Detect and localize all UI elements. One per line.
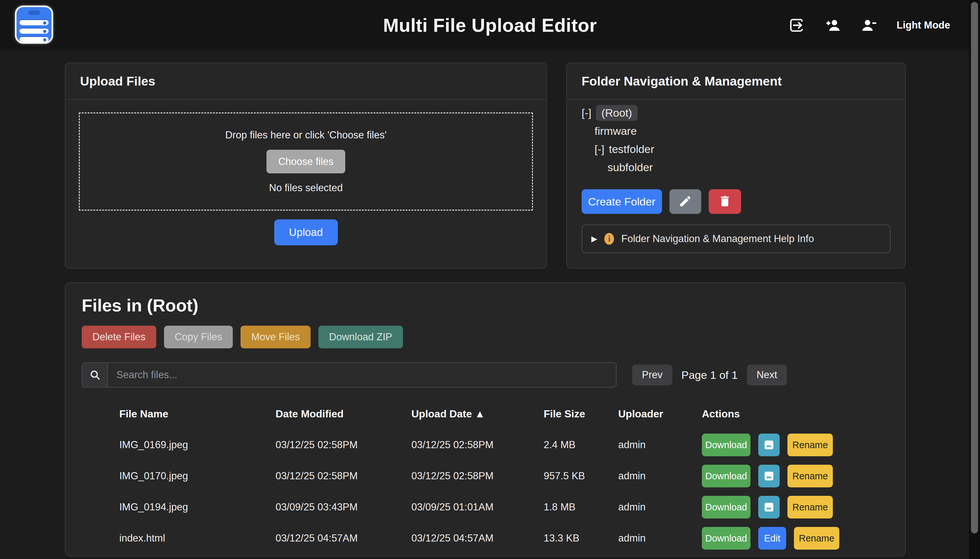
search-bar [82,362,617,387]
file-row: index.html03/12/25 04:57AM03/12/25 04:57… [66,523,905,554]
file-size: 13.3 KB [544,533,618,544]
tree-collapse-toggle[interactable]: [-] [594,143,604,155]
upload-date: 03/12/25 02:58PM [411,439,544,451]
files-table-body: IMG_0169.jpeg03/12/25 02:58PM03/12/25 02… [66,429,905,554]
search-input[interactable] [108,363,616,387]
uploader: admin [618,533,702,544]
trash-icon [718,194,732,209]
column-header-date-modified[interactable]: Date Modified [276,408,411,420]
download-button[interactable]: Download [702,465,750,487]
column-header-actions: Actions [702,408,905,420]
file-size: 957.5 KB [544,470,618,482]
dropzone-hint: Drop files here or click 'Choose files' [225,129,387,141]
row-actions: DownloadRename [702,465,905,487]
files-toolbar: Prev Page 1 of 1 Next [82,362,905,387]
choose-files-button[interactable]: Choose files [267,150,345,174]
rename-button[interactable]: Rename [788,496,833,518]
files-table-header: File Name Date Modified Upload Date ▲ Fi… [66,398,905,429]
logout-icon[interactable] [788,17,805,34]
no-files-status: No files selected [269,182,343,194]
info-icon: i [604,233,614,245]
folder-tree-item-firmware: firmware [581,122,891,140]
files-panel-title: Files in (Root) [66,283,905,315]
file-row: IMG_0169.jpeg03/12/25 02:58PM03/12/25 02… [66,429,905,460]
bulk-action-buttons: Delete Files Copy Files Move Files Downl… [82,326,905,348]
file-size: 1.8 MB [544,501,618,513]
page-indicator: Page 1 of 1 [681,369,738,381]
file-name: index.html [119,533,276,544]
upload-button[interactable]: Upload [274,219,338,245]
row-actions: DownloadEditRename [702,527,905,550]
files-table: File Name Date Modified Upload Date ▲ Fi… [66,398,905,554]
folder-tree-item-testfolder: [-]testfolder [581,140,891,158]
file-name: IMG_0169.jpeg [119,439,276,451]
upload-date: 03/12/25 02:58PM [411,470,544,482]
top-bar-actions: Light Mode [788,0,950,50]
upload-date: 03/09/25 01:01AM [411,501,544,513]
edit-button[interactable]: Edit [758,527,786,550]
column-header-file-size[interactable]: File Size [544,408,618,420]
uploader: admin [618,501,702,513]
folder-panel-title: Folder Navigation & Management [567,63,905,100]
file-row: IMG_0194.jpeg03/09/25 03:43PM03/09/25 01… [66,491,905,523]
uploader: admin [618,439,702,451]
theme-toggle-button[interactable]: Light Mode [897,20,950,31]
file-size: 2.4 MB [544,439,618,451]
upload-date: 03/12/25 04:57AM [411,533,544,544]
date-modified: 03/12/25 02:58PM [276,439,411,451]
folder-label[interactable]: testfolder [609,143,654,155]
rename-button[interactable]: Rename [794,527,839,550]
scrollbar-track[interactable] [969,0,980,559]
copy-files-button[interactable]: Copy Files [164,326,233,348]
rename-button[interactable]: Rename [788,433,833,456]
preview-image-button image-icon[interactable] [758,433,780,456]
upload-files-panel: Upload Files Drop files here or click 'C… [65,63,547,269]
caret-right-icon[interactable]: ▶ [591,234,597,243]
search-icon [82,363,108,387]
folder-tree: [-](Root)firmware[-]testfoldersubfolder [581,104,891,176]
file-name: IMG_0170.jpeg [119,470,276,482]
date-modified: 03/12/25 04:57AM [276,533,411,544]
pencil-icon [679,194,692,209]
download-button[interactable]: Download [702,527,750,550]
prev-page-button[interactable]: Prev [632,365,672,385]
uploader: admin [618,470,702,482]
create-folder-button[interactable]: Create Folder [581,189,662,214]
delete-folder-button[interactable] [709,189,741,214]
folder-label[interactable]: (Root) [596,105,637,121]
preview-image-button image-icon[interactable] [758,496,780,518]
move-files-button[interactable]: Move Files [240,326,311,348]
scrollbar-thumb[interactable] [971,2,978,533]
column-header-upload-date[interactable]: Upload Date ▲ [411,408,544,420]
add-user-icon[interactable] [824,17,842,34]
top-bar: Multi File Upload Editor [0,0,980,50]
remove-user-icon[interactable] [860,17,878,34]
date-modified: 03/09/25 03:43PM [276,501,411,513]
download-button[interactable]: Download [702,433,750,456]
download-button[interactable]: Download [702,496,750,518]
folder-navigation-panel: Folder Navigation & Management [-](Root)… [566,63,906,269]
folder-label[interactable]: subfolder [608,161,653,174]
column-header-uploader[interactable]: Uploader [618,408,702,420]
folder-tree-item-root: [-](Root) [581,104,891,122]
folder-action-buttons: Create Folder [581,189,891,214]
delete-files-button[interactable]: Delete Files [82,326,156,348]
rename-button[interactable]: Rename [788,465,833,487]
row-actions: DownloadRename [702,496,905,518]
folder-label[interactable]: firmware [594,125,637,137]
tree-collapse-toggle[interactable]: [-] [581,107,591,119]
file-dropzone[interactable]: Drop files here or click 'Choose files' … [79,112,533,211]
app-window: Multi File Upload Editor [0,0,980,559]
files-list-panel: Files in (Root) Delete Files Copy Files … [65,282,906,556]
folder-tree-item-subfolder: subfolder [581,158,891,176]
column-header-file-name[interactable]: File Name [119,408,276,420]
next-page-button[interactable]: Next [747,365,787,385]
download-zip-button[interactable]: Download ZIP [318,326,403,348]
rename-folder-button[interactable] [669,189,701,214]
pagination: Prev Page 1 of 1 Next [632,365,787,385]
preview-image-button image-icon[interactable] [758,465,780,487]
date-modified: 03/12/25 02:58PM [276,470,411,482]
upload-panel-title: Upload Files [66,63,546,100]
file-row: IMG_0170.jpeg03/12/25 02:58PM03/12/25 02… [66,460,905,491]
folder-help-accordion[interactable]: ▶ i Folder Navigation & Management Help … [581,225,891,253]
